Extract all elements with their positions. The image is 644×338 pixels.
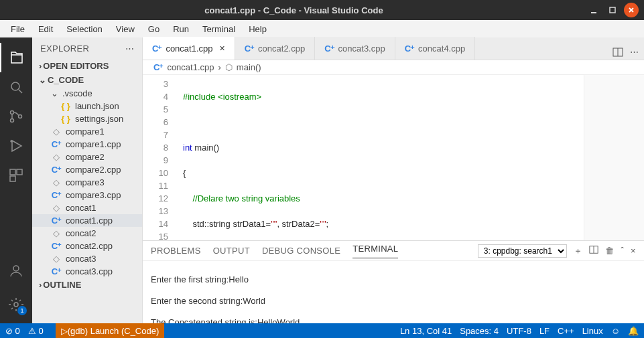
status-bar: ⊘ 0 ⚠ 0 ▷ (gdb) Launch (C_Code) Ln 13, C… (0, 323, 644, 338)
close-button[interactable] (624, 3, 639, 17)
menu-go[interactable]: Go (141, 23, 166, 35)
maximize-button[interactable] (605, 3, 620, 17)
chevron-down-icon: ⌄ (51, 88, 58, 98)
activity-extensions[interactable] (0, 161, 32, 190)
window-title: concat1.cpp - C_Code - Visual Studio Cod… (5, 5, 582, 15)
file-concat3-cpp[interactable]: C⁺concat3.cpp (32, 265, 142, 278)
activity-explorer[interactable] (0, 43, 32, 72)
activity-settings[interactable]: 1 (0, 290, 32, 319)
activity-scm[interactable] (0, 102, 32, 131)
cpp-icon: C⁺ (324, 44, 334, 54)
status-language[interactable]: C++ (558, 326, 574, 336)
more-actions-icon[interactable]: ⋯ (630, 47, 639, 60)
outline-section[interactable]: ›OUTLINE (32, 278, 142, 292)
open-editors-section[interactable]: ›OPEN EDITORS (32, 59, 142, 73)
json-icon: { } (60, 101, 71, 111)
panel-tab-output[interactable]: OUTPUT (213, 246, 250, 256)
file-compare1-cpp[interactable]: C⁺compare1.cpp (32, 138, 142, 151)
status-warnings[interactable]: ⚠ 0 (28, 326, 44, 336)
binary-icon: ◇ (51, 126, 62, 137)
cpp-icon: C⁺ (51, 241, 62, 251)
svg-rect-12 (17, 169, 22, 175)
file-concat1[interactable]: ◇concat1 (32, 201, 142, 214)
editor-tabs: C⁺concat1.cpp× C⁺concat2.cpp C⁺concat3.c… (143, 37, 644, 60)
terminal-selector[interactable]: 3: cppdbg: search1 (478, 244, 567, 258)
terminal-output[interactable]: Enter the first string:Hello Enter the s… (143, 261, 644, 323)
file-concat2-cpp[interactable]: C⁺concat2.cpp (32, 240, 142, 252)
file-concat1-cpp[interactable]: C⁺concat1.cpp (32, 214, 142, 227)
menu-edit[interactable]: Edit (31, 23, 60, 35)
file-compare1[interactable]: ◇compare1 (32, 125, 142, 138)
status-cursor-pos[interactable]: Ln 13, Col 41 (400, 326, 452, 336)
editor-body[interactable]: 3456789101112131415 #include <iostream> … (143, 75, 644, 240)
file-settings-json[interactable]: { }settings.json (32, 112, 142, 125)
svg-marker-9 (12, 141, 21, 151)
menu-terminal[interactable]: Terminal (196, 23, 242, 35)
activity-account[interactable] (0, 256, 32, 286)
svg-point-7 (11, 119, 14, 122)
explorer-sidebar: EXPLORER ⋯ ›OPEN EDITORS ⌄C_CODE ⌄.vscod… (32, 37, 143, 323)
close-icon[interactable]: × (631, 246, 636, 256)
menu-selection[interactable]: Selection (60, 23, 109, 35)
status-debug-config[interactable]: ▷ (gdb) Launch (C_Code) (56, 323, 165, 338)
svg-rect-11 (10, 169, 15, 175)
folder-vscode[interactable]: ⌄.vscode (32, 87, 142, 100)
file-compare2-cpp[interactable]: C⁺compare2.cpp (32, 163, 142, 176)
binary-icon: ◇ (51, 203, 62, 213)
cpp-icon: C⁺ (51, 266, 62, 276)
panel-tab-problems[interactable]: PROBLEMS (151, 246, 201, 256)
svg-line-5 (19, 90, 22, 93)
file-launch-json[interactable]: { }launch.json (32, 100, 142, 112)
trash-icon[interactable]: 🗑 (605, 246, 614, 256)
tab-concat4[interactable]: C⁺concat4.cpp (395, 37, 476, 60)
svg-point-6 (11, 111, 14, 114)
panel-tab-terminal[interactable]: TERMINAL (352, 244, 398, 258)
activity-bar: 1 (0, 37, 32, 323)
symbol-icon: ⬡ (225, 62, 233, 72)
status-eol[interactable]: LF (539, 326, 550, 336)
split-terminal-icon[interactable] (589, 245, 598, 256)
menu-run[interactable]: Run (166, 23, 196, 35)
minimap[interactable] (584, 75, 644, 240)
binary-icon: ◇ (51, 177, 62, 187)
folder-section[interactable]: ⌄C_CODE (32, 73, 142, 87)
activity-search[interactable] (0, 72, 32, 102)
file-concat2[interactable]: ◇concat2 (32, 227, 142, 240)
svg-point-14 (13, 266, 19, 271)
cpp-icon: C⁺ (245, 44, 254, 54)
breadcrumbs[interactable]: C⁺ concat1.cpp › ⬡ main() (143, 60, 644, 75)
file-concat3[interactable]: ◇concat3 (32, 252, 142, 265)
split-editor-icon[interactable] (613, 47, 623, 60)
status-os[interactable]: Linux (582, 326, 603, 336)
svg-rect-13 (10, 176, 15, 181)
feedback-icon[interactable]: ☺ (611, 326, 620, 336)
menu-view[interactable]: View (109, 23, 141, 35)
close-icon[interactable]: × (217, 43, 225, 54)
cpp-icon: C⁺ (152, 44, 162, 54)
menu-file[interactable]: File (4, 23, 31, 35)
status-encoding[interactable]: UTF-8 (507, 326, 531, 336)
bell-icon[interactable]: 🔔 (628, 326, 639, 336)
file-compare2[interactable]: ◇compare2 (32, 151, 142, 163)
binary-icon: ◇ (51, 152, 62, 162)
explorer-more-icon[interactable]: ⋯ (125, 44, 134, 54)
menu-help[interactable]: Help (242, 23, 273, 35)
titlebar: concat1.cpp - C_Code - Visual Studio Cod… (0, 0, 644, 20)
file-compare3[interactable]: ◇compare3 (32, 176, 142, 189)
tab-concat1[interactable]: C⁺concat1.cpp× (143, 37, 235, 60)
minimize-button[interactable] (586, 3, 601, 17)
chevron-up-icon[interactable]: ˆ (621, 246, 624, 256)
svg-point-15 (14, 303, 18, 307)
status-indent[interactable]: Spaces: 4 (460, 326, 499, 336)
activity-debug[interactable] (0, 131, 32, 161)
code-content[interactable]: #include <iostream> int main() { //Delar… (178, 75, 584, 240)
tab-concat3[interactable]: C⁺concat3.cpp (315, 37, 395, 60)
new-terminal-icon[interactable]: ＋ (574, 245, 582, 257)
file-compare3-cpp[interactable]: C⁺compare3.cpp (32, 189, 142, 201)
cpp-icon: C⁺ (405, 44, 414, 54)
panel-tab-debug[interactable]: DEBUG CONSOLE (262, 246, 340, 256)
chevron-right-icon: › (218, 62, 221, 72)
chevron-right-icon: › (39, 61, 42, 71)
tab-concat2[interactable]: C⁺concat2.cpp (235, 37, 316, 60)
status-errors[interactable]: ⊘ 0 (5, 326, 20, 336)
